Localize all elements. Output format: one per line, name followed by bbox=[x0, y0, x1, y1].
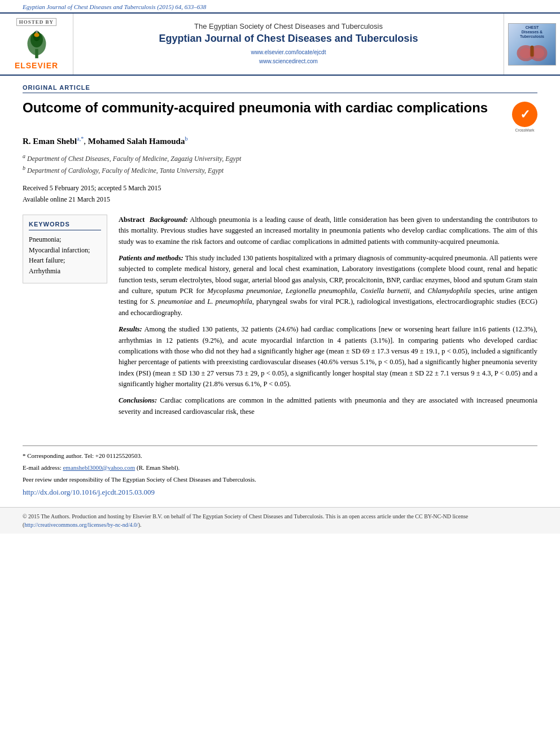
main-body: KEYWORDS Pneumonia; Myocardial infarctio… bbox=[23, 215, 537, 423]
journal-header: HOSTED BY ELSEVIER The Egyptian Society … bbox=[0, 12, 560, 76]
peer-review-footnote: Peer review under responsibility of The … bbox=[23, 474, 537, 485]
footer-copyright: © 2015 The Authors. Production and hosti… bbox=[0, 507, 560, 534]
article-type-label: ORIGINAL ARTICLE bbox=[23, 84, 537, 93]
author1-sup: a,* bbox=[77, 136, 84, 142]
keyword-3: Heart failure; bbox=[29, 256, 101, 265]
email-footnote: E-mail address: emanshebl3000@yahoo.com … bbox=[23, 462, 537, 473]
journal-urls: www.elsevier.com/locate/ejcdt www.scienc… bbox=[251, 48, 326, 66]
abstract-patients-text: This study included 130 patients hospita… bbox=[119, 254, 537, 317]
doi-link[interactable]: http://dx.doi.org/10.1016/j.ejcdt.2015.0… bbox=[23, 488, 155, 496]
author2-name: Mohamed Salah Hamouda bbox=[88, 137, 185, 146]
keyword-4: Arrhythmia bbox=[29, 267, 101, 276]
svg-point-8 bbox=[520, 47, 532, 58]
corresponding-text: * Corresponding author. Tel: +20 0112552… bbox=[23, 452, 142, 459]
email-label: E-mail address: bbox=[23, 464, 63, 471]
copyright-text: © 2015 The Authors. Production and hosti… bbox=[23, 513, 468, 528]
title-row: Outcome of community-acquired pneumonia … bbox=[23, 99, 537, 127]
hosted-by-label: HOSTED BY bbox=[16, 18, 56, 26]
abstract-patients: Patients and methods: This study include… bbox=[119, 253, 537, 318]
journal-citation-text: Egyptian Journal of Chest Diseases and T… bbox=[23, 3, 206, 10]
cover-illustration bbox=[511, 41, 553, 63]
available-date: Available online 21 March 2015 bbox=[23, 194, 537, 205]
abstract-conclusions-text: Cardiac complications are common in the … bbox=[119, 396, 537, 415]
article-content: ORIGINAL ARTICLE Outcome of community-ac… bbox=[0, 76, 560, 434]
aff2-text: Department of Cardiology, Faculty of Med… bbox=[27, 167, 224, 174]
keyword-2: Myocardial infarction; bbox=[29, 246, 101, 255]
affiliation-2: b Department of Cardiology, Faculty of M… bbox=[23, 164, 537, 176]
abstract-patients-label: Patients and methods: bbox=[119, 254, 183, 262]
abstract-background: Abstract Background: Although pneumonia … bbox=[119, 215, 537, 247]
journal-info-panel: The Egyptian Society of Chest Diseases a… bbox=[73, 14, 504, 75]
doi-line: http://dx.doi.org/10.1016/j.ejcdt.2015.0… bbox=[0, 486, 560, 501]
journal-title-header: Egyptian Journal of Chest Diseases and T… bbox=[159, 33, 418, 45]
email-address: emanshebl3000@yahoo.com bbox=[63, 464, 135, 471]
abstract-section: Abstract Background: Although pneumonia … bbox=[119, 215, 537, 423]
dates-section: Received 5 February 2015; accepted 5 Mar… bbox=[23, 182, 537, 206]
journal-cover-panel: CHESTDiseases &Tuberculosis bbox=[504, 14, 560, 75]
svg-point-9 bbox=[532, 47, 544, 58]
elsevier-text: ELSEVIER bbox=[15, 61, 58, 70]
email-author-text: (R. Eman Shebl). bbox=[135, 464, 180, 471]
svg-point-5 bbox=[34, 33, 39, 37]
elsevier-tree-icon bbox=[17, 28, 56, 59]
abstract-background-label: Background: bbox=[150, 216, 188, 224]
crossmark-badge[interactable]: ✓ CrossMark bbox=[512, 102, 537, 127]
footnotes: * Corresponding author. Tel: +20 0112552… bbox=[0, 451, 560, 484]
affiliation-1: a Department of Chest Diseases, Faculty … bbox=[23, 152, 537, 164]
abstract-conclusions: Conclusions: Cardiac complications are c… bbox=[119, 395, 537, 417]
elsevier-logo: ELSEVIER bbox=[15, 28, 58, 70]
article-title: Outcome of community-acquired pneumonia … bbox=[23, 99, 501, 116]
journal-citation-bar: Egyptian Journal of Chest Diseases and T… bbox=[0, 0, 560, 12]
peer-review-text: Peer review under responsibility of The … bbox=[23, 476, 256, 483]
authors-line: R. Eman Shebla,*, Mohamed Salah Hamoudab bbox=[23, 136, 537, 146]
aff2-sup: b bbox=[23, 165, 25, 171]
crossmark-icon: ✓ bbox=[512, 102, 537, 127]
abstract-main-label: Abstract bbox=[119, 216, 145, 224]
keyword-1: Pneumonia; bbox=[29, 235, 101, 244]
abstract-results-text: Among the studied 130 patients, 32 patie… bbox=[119, 325, 537, 388]
affiliations: a Department of Chest Diseases, Faculty … bbox=[23, 152, 537, 176]
footer-divider bbox=[23, 445, 537, 446]
abstract-results: Results: Among the studied 130 patients,… bbox=[119, 324, 537, 390]
email-link[interactable]: emanshebl3000@yahoo.com bbox=[63, 464, 135, 471]
abstract-conclusions-label: Conclusions: bbox=[119, 396, 157, 404]
aff1-sup: a bbox=[23, 153, 25, 159]
svg-rect-10 bbox=[530, 46, 533, 56]
elsevier-logo-panel: HOSTED BY ELSEVIER bbox=[0, 14, 73, 75]
crossmark-label: CrossMark bbox=[512, 128, 537, 132]
url2[interactable]: www.sciencedirect.com bbox=[251, 57, 326, 66]
corresponding-footnote: * Corresponding author. Tel: +20 0112552… bbox=[23, 451, 537, 461]
society-name: The Egyptian Society of Chest Diseases a… bbox=[194, 22, 383, 30]
keywords-panel: KEYWORDS Pneumonia; Myocardial infarctio… bbox=[23, 215, 107, 283]
author1-name: R. Eman Shebl bbox=[23, 137, 77, 146]
keywords-title: KEYWORDS bbox=[29, 221, 101, 230]
url1[interactable]: www.elsevier.com/locate/ejcdt bbox=[251, 48, 326, 57]
received-date: Received 5 February 2015; accepted 5 Mar… bbox=[23, 182, 537, 194]
author2-sup: b bbox=[185, 136, 187, 142]
abstract-results-label: Results: bbox=[119, 325, 142, 333]
journal-cover-image: CHESTDiseases &Tuberculosis bbox=[508, 23, 556, 65]
aff1-text: Department of Chest Diseases, Faculty of… bbox=[27, 155, 241, 163]
cover-title: CHESTDiseases &Tuberculosis bbox=[520, 25, 544, 40]
doi-text: http://dx.doi.org/10.1016/j.ejcdt.2015.0… bbox=[23, 488, 155, 496]
license-link[interactable]: http://creativecommons.org/licenses/by-n… bbox=[24, 522, 138, 528]
